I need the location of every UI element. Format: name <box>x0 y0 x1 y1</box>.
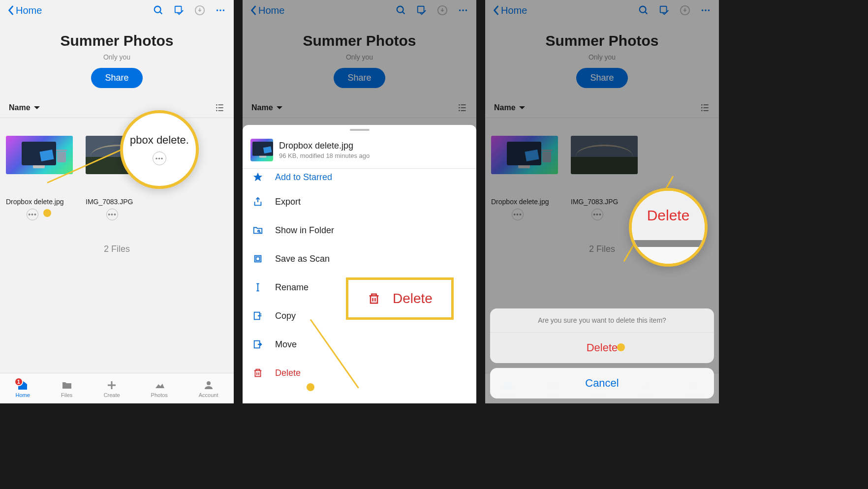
svg-point-18 <box>465 9 467 11</box>
screen-2: Home Summer Photos Only you Share Name D… <box>243 0 476 403</box>
svg-point-30 <box>640 6 646 13</box>
file-name: Dropbox delete.jpg <box>6 198 73 206</box>
svg-point-8 <box>216 107 217 109</box>
tab-photos[interactable]: Photos <box>151 379 168 398</box>
scan-icon <box>252 253 263 264</box>
file-count: 2 Files <box>0 244 234 254</box>
file-name: IMG_7083.JPG <box>86 198 153 206</box>
svg-point-34 <box>705 9 707 11</box>
trash-icon <box>367 292 381 306</box>
select-icon[interactable] <box>416 5 427 16</box>
svg-point-40 <box>701 110 703 112</box>
svg-point-36 <box>701 104 703 106</box>
plus-icon <box>106 379 118 391</box>
download-icon[interactable] <box>194 5 205 16</box>
svg-point-19 <box>459 104 460 106</box>
svg-rect-22 <box>461 107 466 108</box>
callout-label: Delete <box>393 291 433 306</box>
file-tile[interactable]: Dropbox delete.jpg ••• <box>6 136 73 220</box>
export-icon <box>252 196 263 207</box>
tab-account[interactable]: Account <box>199 379 218 398</box>
svg-point-5 <box>223 9 225 11</box>
folder-title: Summer Photos <box>0 32 234 49</box>
view-toggle-icon[interactable] <box>215 103 225 113</box>
header-bar: Home <box>0 0 234 21</box>
menu-export[interactable]: Export <box>243 187 476 216</box>
zoom-delete-label: Delete <box>647 207 690 224</box>
back-button[interactable]: Home <box>250 5 284 16</box>
search-icon[interactable] <box>153 5 164 16</box>
menu-delete[interactable]: Delete <box>243 359 476 387</box>
svg-point-3 <box>217 9 218 11</box>
svg-point-13 <box>397 6 403 13</box>
svg-rect-9 <box>218 107 223 108</box>
confirm-message: Are you sure you want to delete this ite… <box>490 308 714 333</box>
sheet-grabber[interactable] <box>350 129 370 131</box>
svg-point-12 <box>207 381 211 385</box>
back-button[interactable]: Home <box>493 5 527 16</box>
share-button[interactable]: Share <box>91 68 142 88</box>
svg-rect-27 <box>256 257 259 260</box>
screen-3: Home Summer Photos Only you Share Name D… <box>485 0 719 403</box>
search-icon[interactable] <box>638 5 649 16</box>
svg-rect-14 <box>418 6 424 13</box>
file-more-button[interactable]: ••• <box>27 209 38 220</box>
confirm-cancel-button[interactable]: Cancel <box>490 368 714 398</box>
svg-rect-24 <box>461 110 466 111</box>
menu-save-scan[interactable]: Save as Scan <box>243 244 476 273</box>
search-icon[interactable] <box>396 5 406 16</box>
select-icon[interactable] <box>174 5 185 16</box>
account-icon <box>203 379 215 391</box>
menu-add-starred[interactable]: Add to Starred <box>243 169 476 187</box>
download-icon[interactable] <box>437 5 448 16</box>
view-toggle-icon[interactable] <box>458 103 467 113</box>
star-icon <box>252 172 263 183</box>
zoom-more-icon: ••• <box>153 152 166 165</box>
svg-point-4 <box>219 9 221 11</box>
svg-point-35 <box>708 9 710 11</box>
zoom-callout: Delete <box>629 188 708 267</box>
file-grid: Dropbox delete.jpg ••• IMG_7083.JPG ••• <box>0 118 234 220</box>
menu-show-folder[interactable]: Show in Folder <box>243 216 476 244</box>
notification-badge: 1 <box>14 377 23 386</box>
tab-create[interactable]: Create <box>104 379 120 398</box>
zoom-filename: pbox delete. <box>130 134 189 147</box>
back-button[interactable]: Home <box>8 5 42 16</box>
tab-home[interactable]: 1 Home <box>15 379 30 398</box>
menu-move[interactable]: Move <box>243 330 476 359</box>
file-thumbnail <box>6 136 73 174</box>
more-icon[interactable] <box>215 5 226 16</box>
view-toggle-icon[interactable] <box>700 103 710 113</box>
svg-rect-11 <box>218 110 223 111</box>
svg-point-33 <box>702 9 704 11</box>
folder-header: Summer Photos Only you Share <box>0 21 234 98</box>
tab-files[interactable]: Files <box>61 379 73 398</box>
svg-rect-39 <box>704 107 709 108</box>
back-label: Home <box>16 5 42 16</box>
sort-button[interactable]: Name <box>9 103 40 112</box>
more-icon[interactable] <box>700 5 711 16</box>
folder-search-icon <box>252 225 263 236</box>
rename-icon <box>252 282 263 293</box>
folder-icon <box>61 379 73 391</box>
svg-rect-41 <box>704 110 709 111</box>
sheet-header: Dropbox delete.jpg 96 KB, modified 18 mi… <box>243 135 476 169</box>
download-icon[interactable] <box>680 5 690 16</box>
svg-point-10 <box>216 110 217 112</box>
action-sheet: Dropbox delete.jpg 96 KB, modified 18 mi… <box>243 125 476 403</box>
more-icon[interactable] <box>458 5 468 16</box>
list-header: Name <box>0 98 234 118</box>
move-icon <box>252 339 263 350</box>
svg-point-23 <box>459 110 460 112</box>
svg-point-0 <box>155 6 161 13</box>
svg-point-38 <box>701 107 703 109</box>
svg-point-25 <box>258 230 260 232</box>
svg-rect-20 <box>461 104 466 105</box>
select-icon[interactable] <box>659 5 670 16</box>
svg-rect-31 <box>660 6 667 13</box>
sheet-file-name: Dropbox delete.jpg <box>279 141 370 151</box>
zoom-callout: pbox delete. ••• <box>120 110 199 189</box>
file-more-button[interactable]: ••• <box>106 209 118 220</box>
confirm-delete-button[interactable]: Delete <box>490 333 714 363</box>
svg-point-6 <box>216 104 217 106</box>
